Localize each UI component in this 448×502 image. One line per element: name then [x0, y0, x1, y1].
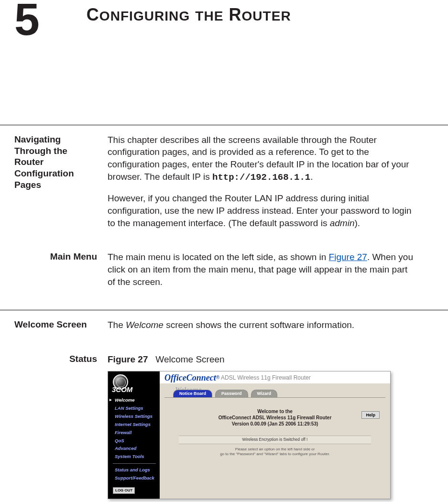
- brand-line: OfficeConnect®ADSL Wireless 11g Firewall…: [164, 371, 390, 383]
- sidebar-item-wireless-settings[interactable]: Wireless Settings: [108, 413, 160, 421]
- sidebar-item-system-tools[interactable]: System Tools: [108, 453, 160, 461]
- default-password: admin: [330, 218, 355, 228]
- sidebar-item-internet-settings[interactable]: Internet Settings: [108, 421, 160, 429]
- sidebar-item-welcome[interactable]: Welcome: [108, 396, 160, 404]
- sidebar-item-status-logs[interactable]: Status and Logs: [108, 466, 160, 474]
- welcome-message: Welcome to the OfficeConnect ADSL Wirele…: [164, 398, 385, 427]
- paragraph: However, if you changed the Router LAN I…: [108, 192, 415, 229]
- chapter-title: CONFIGURING THE ROUTER: [39, 0, 291, 25]
- tab-notice-board[interactable]: Notice Board: [173, 390, 212, 397]
- section-heading-status: Status: [14, 353, 108, 500]
- sidebar-item-qos[interactable]: QoS: [108, 437, 160, 445]
- section-heading-navigating: Navigating Through the Router Configurat…: [14, 134, 108, 238]
- tab-wizard[interactable]: Wizard: [251, 390, 277, 397]
- sidebar-nav: Welcome LAN Settings Wireless Settings I…: [108, 395, 160, 499]
- section-heading-main-menu: Main Menu: [14, 251, 108, 296]
- figure-caption: Figure 27 Welcome Screen: [108, 353, 415, 366]
- sidebar-item-firewall[interactable]: Firewall: [108, 429, 160, 437]
- default-ip: http://192.168.1.1: [212, 172, 310, 183]
- section-heading-welcome-screen: Welcome Screen: [14, 319, 108, 340]
- sidebar-item-lan-settings[interactable]: LAN Settings: [108, 404, 160, 413]
- figure-screenshot: 3COM OfficeConnect®ADSL Wireless 11g Fir…: [108, 371, 391, 499]
- sidebar-item-advanced[interactable]: Advanced: [108, 445, 160, 453]
- figure-link[interactable]: Figure 27: [329, 252, 367, 262]
- sidebar-item-support-feedback[interactable]: Support/Feedback: [108, 474, 160, 482]
- hint-text: Please select an option on the left hand…: [164, 444, 385, 457]
- paragraph: The Welcome screen shows the current sof…: [108, 319, 415, 331]
- warning-bar: Wireless Encryption is Switched off !: [179, 436, 371, 444]
- brand-logo-3com: 3COM: [108, 371, 160, 395]
- logout-button[interactable]: LOG OUT: [113, 487, 135, 494]
- paragraph: This chapter describes all the screens a…: [108, 134, 415, 184]
- help-button[interactable]: Help: [361, 411, 380, 419]
- tab-password[interactable]: Password: [215, 390, 248, 397]
- chapter-number: 5: [14, 0, 39, 39]
- paragraph: The main menu is located on the left sid…: [108, 251, 415, 288]
